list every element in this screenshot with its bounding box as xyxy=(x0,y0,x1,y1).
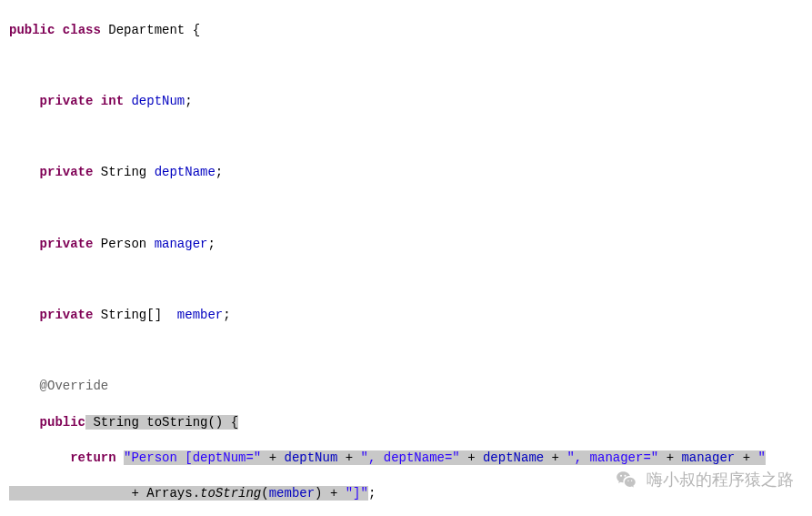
code-line: return "Person [deptNum=" + deptNum + ",… xyxy=(9,450,812,468)
code-line: private int deptNum; xyxy=(9,93,812,111)
code-line xyxy=(9,342,812,360)
watermark-text: 嗨小叔的程序猿之路 xyxy=(647,469,794,491)
code-line: @Override xyxy=(9,378,812,396)
code-line xyxy=(9,57,812,76)
code-line: private Person manager; xyxy=(9,236,812,254)
code-line: private String deptName; xyxy=(9,164,812,182)
watermark: 嗨小叔的程序猿之路 xyxy=(614,468,794,493)
code-line: private String[] member; xyxy=(9,307,812,325)
code-line: public class Department { xyxy=(9,22,812,40)
code-line xyxy=(9,128,812,147)
code-line: public String toString() { xyxy=(9,414,812,432)
code-editor: public class Department { private int de… xyxy=(0,0,812,516)
code-line xyxy=(9,200,812,218)
wechat-icon xyxy=(614,468,639,493)
code-line xyxy=(9,271,812,289)
